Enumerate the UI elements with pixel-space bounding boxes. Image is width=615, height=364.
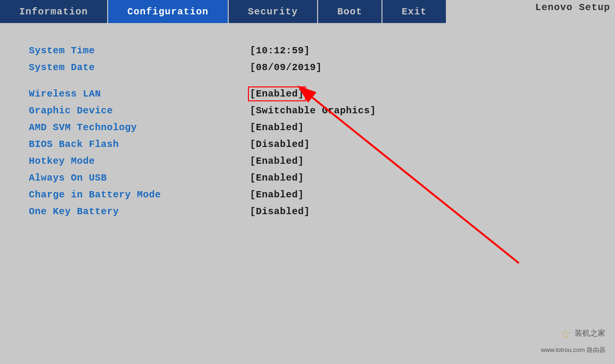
menu-bar-left: Information Configuration Security Boot …	[0, 0, 615, 23]
setting-row-graphic-device: Graphic Device [Switchable Graphics]	[29, 102, 586, 119]
value-one-key-battery: [Disabled]	[250, 206, 310, 217]
label-charge-battery: Charge in Battery Mode	[29, 189, 250, 200]
label-one-key-battery: One Key Battery	[29, 206, 250, 217]
menu-bar: Information Configuration Security Boot …	[0, 0, 615, 23]
value-graphic-device: [Switchable Graphics]	[250, 105, 376, 116]
value-hotkey-mode: [Enabled]	[250, 156, 304, 167]
label-graphic-device: Graphic Device	[29, 105, 250, 116]
label-hotkey-mode: Hotkey Mode	[29, 156, 250, 167]
star-icon: ☆	[560, 323, 571, 344]
value-bios-back-flash: [Disabled]	[250, 139, 310, 150]
label-bios-back-flash: BIOS Back Flash	[29, 139, 250, 150]
menu-item-security[interactable]: Security	[229, 0, 318, 23]
label-system-date: System Date	[29, 62, 250, 73]
setting-row-one-key-battery: One Key Battery [Disabled]	[29, 203, 586, 220]
value-always-on-usb: [Enabled]	[250, 172, 304, 183]
watermark-logo: ☆ 装机之家	[560, 323, 605, 344]
label-wireless-lan: Wireless LAN	[29, 88, 250, 99]
menu-item-information[interactable]: Information	[0, 0, 108, 23]
setting-row-always-on-usb: Always On USB [Enabled]	[29, 170, 586, 186]
menu-item-boot[interactable]: Boot	[318, 0, 382, 23]
menu-label-information: Information	[19, 6, 88, 17]
bios-screen: Information Configuration Security Boot …	[0, 0, 615, 364]
setting-row-charge-battery: Charge in Battery Mode [Enabled]	[29, 186, 586, 203]
label-system-time: System Time	[29, 45, 250, 56]
value-system-date: [08/09/2019]	[250, 62, 322, 73]
settings-table: System Time [10:12:59] System Date [08/0…	[29, 42, 586, 220]
main-content: System Time [10:12:59] System Date [08/0…	[0, 23, 615, 364]
value-charge-battery: [Enabled]	[250, 189, 304, 200]
value-system-time: [10:12:59]	[250, 45, 310, 56]
menu-item-exit[interactable]: Exit	[382, 0, 447, 23]
label-always-on-usb: Always On USB	[29, 172, 250, 183]
menu-label-security: Security	[248, 6, 298, 17]
watermark-site: 装机之家	[575, 328, 605, 339]
watermark: ☆ 装机之家 www.lotrou.com 路由器	[541, 323, 605, 354]
value-amd-svm: [Enabled]	[250, 122, 304, 133]
watermark-url: www.lotrou.com 路由器	[541, 346, 605, 354]
spacer-1	[29, 76, 586, 85]
setting-row-system-time: System Time [10:12:59]	[29, 42, 586, 59]
menu-label-boot: Boot	[337, 6, 362, 17]
value-wireless-lan[interactable]: [Enabled]	[250, 88, 304, 99]
menu-label-exit: Exit	[402, 6, 427, 17]
label-amd-svm: AMD SVM Technology	[29, 122, 250, 133]
setting-row-amd-svm: AMD SVM Technology [Enabled]	[29, 119, 586, 136]
setting-row-system-date: System Date [08/09/2019]	[29, 59, 586, 76]
menu-item-configuration[interactable]: Configuration	[108, 0, 229, 23]
brand-title: Lenovo Setup	[535, 2, 610, 13]
setting-row-wireless-lan: Wireless LAN [Enabled]	[29, 85, 586, 102]
setting-row-hotkey-mode: Hotkey Mode [Enabled]	[29, 153, 586, 170]
setting-row-bios-back-flash: BIOS Back Flash [Disabled]	[29, 136, 586, 153]
menu-label-configuration: Configuration	[127, 6, 209, 17]
